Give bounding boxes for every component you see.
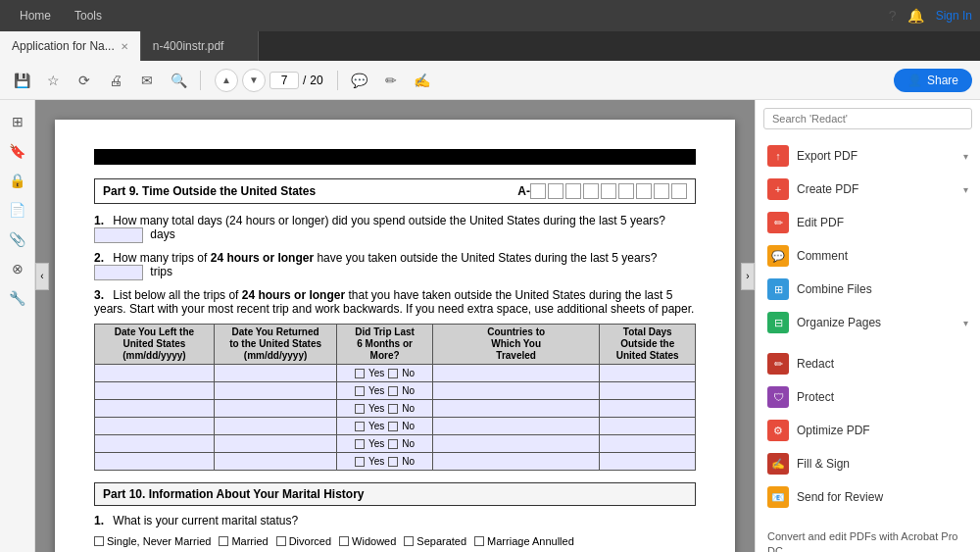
comment-icon[interactable]: 💬 [346,67,373,94]
checkbox-yes[interactable] [355,404,365,414]
close-tab-icon[interactable]: ✕ [121,41,128,52]
rs-redact[interactable]: ✏ Redact [763,347,972,380]
checkbox-divorced[interactable] [276,536,286,546]
rs-combine-files[interactable]: ⊞ Combine Files [763,273,972,306]
prev-page-button[interactable]: ▲ [215,69,238,92]
cell-total-days[interactable] [600,400,696,418]
cell-total-days[interactable] [600,365,696,382]
checkbox-no[interactable] [388,386,398,396]
cell-date-left[interactable] [95,435,215,453]
page-number-input[interactable] [270,72,299,89]
lock-icon[interactable]: 🔒 [4,167,31,194]
no-label: No [402,421,415,431]
cell-countries[interactable] [432,453,600,471]
help-icon[interactable]: ? [881,4,905,27]
checkbox-married[interactable] [219,536,228,546]
rs-edit-pdf[interactable]: ✏ Edit PDF [763,206,972,239]
cell-total-days[interactable] [600,453,696,471]
cell-total-days[interactable] [600,435,696,453]
cell-countries[interactable] [432,400,600,418]
cell-countries[interactable] [432,435,600,453]
checkbox-yes[interactable] [355,457,365,467]
checkbox-annulled[interactable] [474,536,484,546]
left-sidebar: ⊞ 🔖 🔒 📄 📎 ⊗ 🔧 [0,100,35,552]
checkbox-no[interactable] [388,404,398,414]
cell-date-returned[interactable] [214,382,336,400]
checkbox-yes[interactable] [355,439,365,449]
signature-icon[interactable]: ✍ [409,67,436,94]
bookmark-panel-icon[interactable]: 🔖 [4,137,31,165]
cell-countries[interactable] [432,382,600,400]
rs-fill-sign[interactable]: ✍ Fill & Sign [763,447,972,480]
checkbox-no[interactable] [388,369,398,378]
cell-date-returned[interactable] [214,400,336,418]
notifications-icon[interactable]: 🔔 [905,4,928,27]
rs-send-review[interactable]: 📧 Send for Review [763,480,972,514]
cell-date-returned[interactable] [214,453,336,471]
search-button[interactable]: 🔍 [165,67,192,94]
rs-create-pdf[interactable]: + Create PDF ▾ [763,173,972,206]
search-redact-input[interactable] [763,108,972,129]
combine-label: Combine Files [797,282,968,296]
checkbox-no[interactable] [388,439,398,449]
checkbox-yes-no: Yes No [341,403,428,414]
cell-date-left[interactable] [95,365,215,382]
cell-checkbox: Yes No [337,382,433,400]
upload-button[interactable]: ⟳ [71,67,98,94]
cell-date-left[interactable] [95,453,215,471]
email-button[interactable]: ✉ [133,67,161,94]
q2-field[interactable] [94,265,143,280]
checkbox-yes[interactable] [355,369,365,378]
next-page-button[interactable]: ▼ [242,69,266,92]
sign-in-button[interactable]: Sign In [936,9,972,23]
nav-tools[interactable]: Tools [63,0,114,31]
section10-title: Part 10. Information About Your Marital … [103,487,364,501]
collapse-right-button[interactable]: › [741,263,755,290]
cell-countries[interactable] [432,365,600,382]
q1-field[interactable] [94,227,143,243]
cell-total-days[interactable] [600,418,696,435]
export-pdf-arrow: ▾ [963,151,968,162]
checkbox-yes[interactable] [355,422,365,431]
tools-panel-icon[interactable]: 🔧 [4,284,31,312]
checkbox-widowed[interactable] [339,536,349,546]
checkbox-single[interactable] [94,536,104,546]
rs-comment[interactable]: 💬 Comment [763,239,972,273]
rs-export-pdf[interactable]: ↑ Export PDF ▾ [763,139,972,173]
cell-date-returned[interactable] [214,435,336,453]
cell-date-left[interactable] [95,418,215,435]
cell-date-left[interactable] [95,382,215,400]
top-navigation: Home Tools ? 🔔 Sign In [0,0,980,31]
print-button[interactable]: 🖨 [102,67,129,94]
cell-total-days[interactable] [600,382,696,400]
save-button[interactable]: 💾 [8,67,35,94]
tab-application[interactable]: Application for Na... ✕ [0,31,141,61]
attachment-icon[interactable]: 📎 [4,226,31,253]
tab-pdf[interactable]: n-400instr.pdf [141,31,259,61]
share-button[interactable]: 👤 Share [894,69,972,92]
checkbox-no[interactable] [388,422,398,431]
layers-icon[interactable]: ⊗ [4,255,31,282]
rs-protect[interactable]: 🛡 Protect [763,380,972,414]
checkbox-no[interactable] [388,457,398,467]
thumbnail-icon[interactable]: ⊞ [4,108,31,135]
page-panel-icon[interactable]: 📄 [4,196,31,224]
export-pdf-icon: ↑ [767,145,789,167]
rs-optimize[interactable]: ⚙ Optimize PDF [763,414,972,447]
cell-date-returned[interactable] [214,365,336,382]
a-cell-4 [583,183,599,199]
checkbox-separated[interactable] [404,536,414,546]
bookmark-button[interactable]: ☆ [39,67,67,94]
q10-1-text: What is your current marital status? [113,514,298,527]
cell-date-left[interactable] [95,400,215,418]
nav-home[interactable]: Home [8,0,63,31]
pdf-viewer[interactable]: Part 9. Time Outside the United States A… [35,100,755,552]
section9-title: Part 9. Time Outside the United States [103,184,517,198]
label-divorced: Divorced [289,535,331,547]
cell-date-returned[interactable] [214,418,336,435]
edit-icon[interactable]: ✏ [377,67,405,94]
collapse-left-button[interactable]: ‹ [35,263,49,290]
cell-countries[interactable] [432,418,600,435]
rs-organize-pages[interactable]: ⊟ Organize Pages ▾ [763,306,972,339]
checkbox-yes[interactable] [355,386,365,396]
